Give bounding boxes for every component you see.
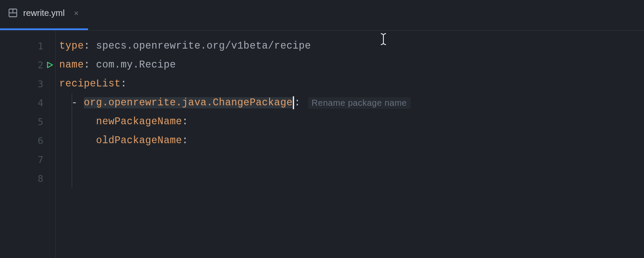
run-icon[interactable] — [45, 60, 55, 70]
yaml-dash: - — [72, 97, 84, 108]
line-number: 7 — [38, 154, 43, 165]
yaml-key: recipeList — [59, 78, 121, 89]
code-line-3[interactable]: recipeList: — [59, 74, 644, 93]
yaml-colon: : — [121, 78, 127, 89]
yaml-colon: : — [84, 40, 96, 52]
code-line-1[interactable]: type: specs.openrewrite.org/v1beta/recip… — [59, 37, 644, 55]
yaml-key: newPackageName — [96, 116, 182, 127]
line-number: 2 — [38, 60, 43, 71]
yaml-value: com.my.Recipe — [96, 59, 176, 71]
yaml-file-icon — [8, 8, 18, 18]
line-number: 3 — [38, 79, 43, 89]
yaml-key: oldPackageName — [96, 135, 182, 146]
indent — [59, 97, 72, 108]
indent — [59, 116, 96, 127]
line-number: 8 — [38, 173, 43, 184]
gutter-row[interactable]: 3 — [0, 74, 55, 93]
tab-rewrite-yml[interactable]: rewrite.yml ✕ — [0, 0, 88, 26]
line-number: 6 — [38, 135, 43, 146]
gutter-row[interactable]: 8 — [0, 169, 55, 188]
code-line-7[interactable] — [59, 150, 644, 169]
indent-guide — [72, 93, 72, 188]
gutter-row[interactable]: 1 — [0, 37, 55, 55]
gutter: 1 2 3 4 5 6 7 8 — [0, 31, 56, 258]
code-line-4[interactable]: - org.openrewrite.java.ChangePackage:Ren… — [59, 93, 644, 112]
gutter-row[interactable]: 6 — [0, 131, 55, 150]
code-line-5[interactable]: newPackageName: — [59, 112, 644, 131]
gutter-row[interactable]: 5 — [0, 112, 55, 131]
gutter-row[interactable]: 7 — [0, 150, 55, 169]
yaml-colon: : — [84, 59, 96, 71]
yaml-key: name — [59, 59, 84, 71]
yaml-colon: : — [295, 97, 301, 108]
code-area[interactable]: type: specs.openrewrite.org/v1beta/recip… — [56, 31, 644, 258]
yaml-colon: : — [182, 116, 188, 127]
text-cursor — [293, 96, 294, 109]
tab-label: rewrite.yml — [23, 8, 65, 18]
editor-area: 1 2 3 4 5 6 7 8 type: specs.openrewrite.… — [0, 31, 644, 258]
code-line-8[interactable] — [59, 169, 644, 188]
tab-bar: rewrite.yml ✕ — [0, 0, 644, 26]
yaml-colon: : — [182, 135, 188, 146]
line-number: 1 — [38, 41, 43, 52]
code-line-2[interactable]: name: com.my.Recipe — [59, 55, 644, 74]
yaml-key: type — [59, 40, 84, 52]
gutter-row[interactable]: 4 — [0, 93, 55, 112]
yaml-value: specs.openrewrite.org/v1beta/recipe — [96, 40, 311, 52]
inlay-hint: Rename package name — [308, 97, 410, 109]
line-number: 4 — [38, 98, 43, 108]
close-icon[interactable]: ✕ — [73, 9, 80, 17]
indent — [59, 135, 96, 146]
yaml-key-highlighted: org.openrewrite.java.ChangePackage — [84, 97, 292, 108]
code-line-6[interactable]: oldPackageName: — [59, 131, 644, 150]
line-number: 5 — [38, 117, 43, 127]
gutter-row[interactable]: 2 — [0, 55, 55, 74]
